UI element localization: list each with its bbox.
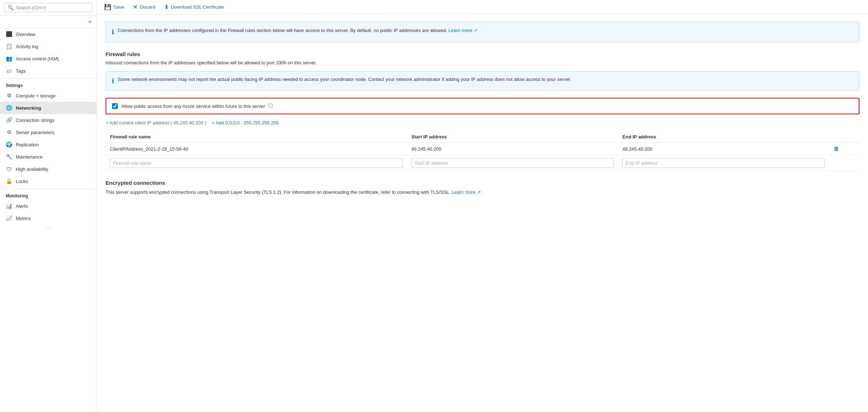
sidebar-item-metrics[interactable]: 📈 Metrics xyxy=(0,212,97,224)
sidebar-item-label: Connection strings xyxy=(16,118,55,123)
locks-icon: 🔒 xyxy=(6,178,12,184)
network-info-banner: ℹ Some network environments may not repo… xyxy=(106,71,859,91)
search-input-wrap[interactable]: 🔍 Search (Ctrl+/) xyxy=(4,3,92,12)
firewall-rules-title: Firewall rules xyxy=(106,51,859,57)
settings-section-label: Settings xyxy=(0,78,97,90)
sidebar-item-maintenance[interactable]: 🔧 Maintenance xyxy=(0,151,97,163)
discard-button[interactable]: ✕ Discard xyxy=(133,4,156,10)
alerts-icon: 📊 xyxy=(6,203,12,209)
new-end-ip-cell[interactable] xyxy=(618,155,829,171)
sidebar-item-tags[interactable]: 🏷 Tags xyxy=(0,65,97,77)
sidebar-item-label: Overview xyxy=(16,32,35,37)
sidebar-item-access-control[interactable]: 👥 Access control (IAM) xyxy=(0,52,97,65)
download-ssl-button[interactable]: ⬇ Download SSL Certificate xyxy=(164,4,224,10)
sidebar-item-label: Metrics xyxy=(16,216,31,221)
start-ip-cell: 49.245.40.200 xyxy=(407,143,618,155)
col-header-action xyxy=(829,131,859,143)
add-client-ip-label: + Add current client IP address ( 49.245… xyxy=(106,120,206,125)
add-range-link[interactable]: + Add 0.0.0.0 - 255.255.255.255 xyxy=(212,120,279,125)
allow-azure-info-icon: ⓘ xyxy=(268,103,273,109)
learn-more-link-banner[interactable]: Learn more ↗ xyxy=(449,28,478,33)
new-end-ip-input[interactable] xyxy=(622,158,825,168)
collapse-icon: « xyxy=(88,18,92,25)
maintenance-icon: 🔧 xyxy=(6,154,12,160)
table-row: ClientIPAddress_2021-2-28_15-56-40 49.24… xyxy=(106,143,859,155)
page-content: ℹ Connections from the IP addresses conf… xyxy=(97,14,868,412)
high-avail-icon: 🛡 xyxy=(6,166,12,172)
allow-azure-label[interactable]: Allow public access from any Azure servi… xyxy=(121,103,273,109)
search-bar[interactable]: 🔍 Search (Ctrl+/) xyxy=(0,0,97,15)
sidebar-item-label: Alerts xyxy=(16,203,28,209)
net-banner-text: Some network environments may not report… xyxy=(118,76,571,86)
col-header-start-ip: Start IP address xyxy=(407,131,618,143)
info-icon: ℹ xyxy=(112,27,114,37)
sidebar-item-label: Server parameters xyxy=(16,130,55,135)
sidebar-item-label: Access control (IAM) xyxy=(16,56,59,61)
compute-icon: ⚙ xyxy=(6,92,12,99)
table-header-row: Firewall rule name Start IP address End … xyxy=(106,131,859,143)
sidebar-item-compute-storage[interactable]: ⚙ Compute + storage xyxy=(0,90,97,102)
scroll-hint: ··· xyxy=(0,224,97,233)
search-placeholder: Search (Ctrl+/) xyxy=(16,5,46,10)
networking-icon: 🌐 xyxy=(6,105,12,111)
external-link-icon: ↗ xyxy=(474,28,478,33)
delete-cell[interactable]: 🗑 xyxy=(829,143,859,155)
sidebar-item-activity-log[interactable]: 📋 Activity log xyxy=(0,40,97,52)
new-rule-row xyxy=(106,155,859,171)
overview-icon: ⬛ xyxy=(6,31,12,37)
save-label: Save xyxy=(113,4,124,10)
replication-icon: 🌍 xyxy=(6,141,12,148)
sidebar-item-connection-strings[interactable]: 🔗 Connection strings xyxy=(0,114,97,126)
sidebar-item-server-parameters[interactable]: ⚙ Server parameters xyxy=(0,126,97,138)
sidebar-item-locks[interactable]: 🔒 Locks xyxy=(0,175,97,187)
sidebar-item-high-availability[interactable]: 🛡 High availability xyxy=(0,163,97,175)
firewall-rules-desc: Inbound connections from the IP addresse… xyxy=(106,60,859,65)
encrypted-connections-desc: This server supports encrypted connectio… xyxy=(106,189,859,196)
sidebar-item-label: Networking xyxy=(16,105,41,111)
activity-icon: 📋 xyxy=(6,43,12,50)
sidebar-item-label: Maintenance xyxy=(16,154,42,160)
connection-strings-icon: 🔗 xyxy=(6,117,12,123)
server-params-icon: ⚙ xyxy=(6,129,12,136)
tag-icon: 🏷 xyxy=(6,68,12,74)
toolbar: 💾 Save ✕ Discard ⬇ Download SSL Certific… xyxy=(97,0,868,14)
sidebar-item-overview[interactable]: ⬛ Overview xyxy=(0,28,97,40)
new-rule-name-cell[interactable] xyxy=(106,155,407,171)
sidebar-scroll: ⬛ Overview 📋 Activity log 👥 Access contr… xyxy=(0,28,97,412)
new-start-ip-cell[interactable] xyxy=(407,155,618,171)
sidebar-item-label: Locks xyxy=(16,179,28,184)
delete-icon[interactable]: 🗑 xyxy=(834,146,839,152)
sidebar-item-label: Tags xyxy=(16,68,25,74)
main-content: 💾 Save ✕ Discard ⬇ Download SSL Certific… xyxy=(97,0,868,412)
sidebar-item-label: Compute + storage xyxy=(16,93,56,99)
save-button[interactable]: 💾 Save xyxy=(104,4,124,10)
learn-more-tls-link[interactable]: Learn more ↗ xyxy=(452,189,481,195)
rule-name-cell: ClientIPAddress_2021-2-28_15-56-40 xyxy=(106,143,407,155)
encrypted-connections-title: Encrypted connections xyxy=(106,180,859,186)
col-header-rule-name: Firewall rule name xyxy=(106,131,407,143)
search-icon: 🔍 xyxy=(8,5,14,10)
people-icon: 👥 xyxy=(6,55,12,62)
save-icon: 💾 xyxy=(104,4,111,10)
external-link-icon-tls: ↗ xyxy=(477,189,481,195)
download-icon: ⬇ xyxy=(164,4,169,10)
end-ip-cell: 49.245.40.200 xyxy=(618,143,829,155)
monitoring-section-label: Monitoring xyxy=(0,189,97,200)
add-ip-row: + Add current client IP address ( 49.245… xyxy=(106,120,859,125)
new-start-ip-input[interactable] xyxy=(412,158,614,168)
sidebar-item-alerts[interactable]: 📊 Alerts xyxy=(0,200,97,212)
col-header-end-ip: End IP address xyxy=(618,131,829,143)
metrics-icon: 📈 xyxy=(6,215,12,221)
sidebar-item-replication[interactable]: 🌍 Replication xyxy=(0,138,97,151)
net-info-icon: ℹ xyxy=(112,76,114,86)
sidebar-item-networking[interactable]: 🌐 Networking xyxy=(0,102,97,114)
new-row-action-cell xyxy=(829,155,859,171)
sidebar-item-label: Activity log xyxy=(16,44,38,49)
allow-azure-checkbox[interactable] xyxy=(112,103,118,109)
firewall-table: Firewall rule name Start IP address End … xyxy=(106,131,859,171)
sidebar-item-label: High availability xyxy=(16,166,48,172)
allow-azure-row: Allow public access from any Azure servi… xyxy=(106,98,859,114)
new-rule-name-input[interactable] xyxy=(110,158,403,168)
discard-icon: ✕ xyxy=(133,4,138,10)
collapse-button[interactable]: « xyxy=(0,15,97,28)
